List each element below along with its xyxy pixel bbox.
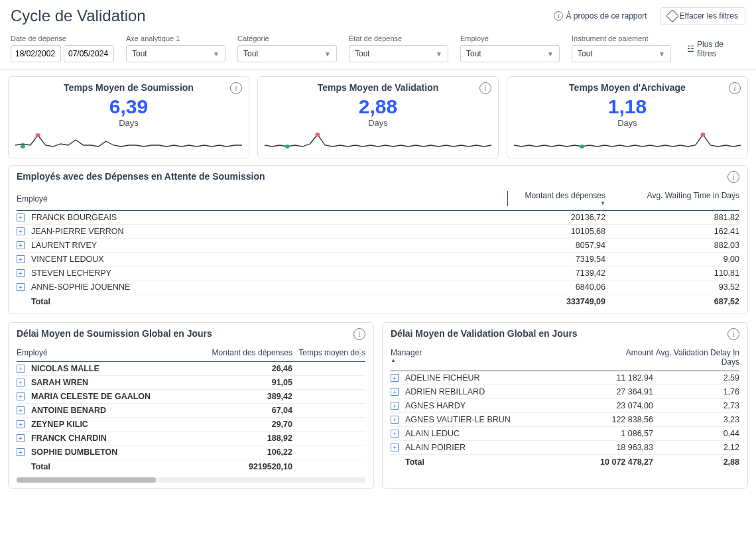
info-icon[interactable]: i [727,328,739,340]
table-row: +JEAN-PIERRE VERRON 10105,68 162,41 [17,225,739,239]
amount-cell: 1 086,57 [574,429,653,438]
employee-name: SARAH WREN [31,378,88,387]
expand-icon[interactable]: + [17,283,25,291]
date-from-input[interactable] [11,45,61,62]
expand-icon[interactable]: + [17,255,25,263]
expand-icon[interactable]: + [17,448,25,456]
amount-radius: 29,70 [272,420,292,429]
info-icon[interactable]: i [727,171,739,183]
th-amount[interactable]: Montant des dépenses▼ [507,191,613,206]
th-wait[interactable]: Avg. Waiting Time in Days [613,191,739,206]
delay-cell: 2,12 [653,443,739,452]
amount-cell: 23 074,00 [574,401,653,410]
panel-submission-delay: i ⋮ Délai Moyen de Soumission Global en … [8,322,374,489]
kpi-archive-unit: Days [514,118,741,128]
category-select[interactable]: Tout▼ [237,45,337,62]
expand-icon[interactable]: + [17,241,25,249]
info-icon[interactable]: i [479,82,491,94]
table-row: +VINCENT LEDOUX 7319,54 9,00 [17,253,739,267]
instrument-select[interactable]: Tout▼ [572,45,671,62]
th-amount[interactable]: Amount [574,348,653,367]
expand-icon[interactable]: + [17,392,25,400]
panel-options-icon[interactable]: ⋮ [355,347,365,359]
horizontal-scrollbar[interactable] [17,477,365,483]
chevron-down-icon: ▼ [659,50,665,58]
kpi-submission: i Temps Moyen de Soumission 6,39 Days [8,76,249,158]
expand-icon[interactable]: + [391,416,399,424]
axe-select[interactable]: Tout▼ [126,45,225,62]
sparkline-submission [15,132,242,150]
kpi-archive: i Temps Moyen d'Archivage 1,18 Days [507,76,748,158]
expand-icon[interactable]: + [17,406,25,414]
chevron-down-icon: ▼ [436,50,442,58]
employee-select[interactable]: Tout▼ [460,45,560,62]
wait-cell: 882,03 [613,241,739,250]
chevron-down-icon: ▼ [213,50,220,58]
more-filters-button[interactable]: ☳ Plus de filtres [683,36,745,62]
expand-icon[interactable]: + [391,374,399,382]
about-report-button[interactable]: i À propos de ce rapport [548,9,652,23]
more-filters-label: Plus de filtres [697,40,741,58]
header-actions: i À propos de ce rapport Effacer les fil… [548,7,745,25]
clear-filters-button[interactable]: Effacer les filtres [661,7,745,25]
info-icon[interactable]: i [353,328,365,340]
th-delay[interactable]: Avg. Validation Delay In Days [653,348,739,367]
expand-icon[interactable]: + [17,434,25,442]
filter-instrument: Instrument de paiement Tout▼ [572,34,671,62]
panel-options-icon[interactable]: ⋮ [729,347,739,359]
wait-cell: 93,52 [613,282,739,292]
two-col-panels: i ⋮ Délai Moyen de Soumission Global en … [0,322,756,497]
expand-icon[interactable]: + [17,269,25,277]
info-icon[interactable]: i [729,82,741,94]
submission-table: Employé Montant des dépenses Temps moyen… [17,344,365,473]
th-employee[interactable]: Employé [17,191,507,206]
table-row: +ANNE-SOPHIE JOUENNE 6840,06 93,52 [17,280,739,294]
expand-icon[interactable]: + [391,444,399,451]
info-icon[interactable]: i [230,82,242,94]
svg-point-4 [701,133,706,137]
table-row: +STEVEN LECHERPY 7139,42 110,81 [17,267,739,280]
amount-cell: 18 963,83 [574,443,653,452]
kpi-validation: i Temps Moyen de Validation 2,88 Days [257,76,499,158]
amount-cell: 7139,42 [507,268,613,278]
date-to-input[interactable] [64,45,114,62]
filter-axe-label: Axe analytique 1 [126,34,225,42]
table-row: +ADRIEN REBILLARD 27 364,91 1,76 [391,385,739,399]
manager-name: ALAIN POIRIER [405,443,466,452]
table-header-row: Manager▲ Amount Avg. Validation Delay In… [391,344,739,371]
scrollbar-thumb[interactable] [17,477,156,483]
state-select[interactable]: Tout▼ [349,45,448,62]
table-total-row: Total 333749,09 687,52 [17,294,739,308]
expand-icon[interactable]: + [17,213,25,221]
expand-icon[interactable]: + [391,402,399,410]
table-row: +ALAIN POIRIER 18 963,83 2,12 [391,441,739,455]
employee-name: NICOLAS MALLE [31,364,99,373]
table-row: +SARAH WREN 91,05 [17,376,365,390]
table-row: +NICOLAS MALLE 26,46 [17,362,365,376]
expand-icon[interactable]: + [17,379,25,386]
kpi-validation-value: 2,88 [265,95,491,118]
table-header-row: Employé Montant des dépenses▼ Avg. Waiti… [17,187,739,211]
employee-name: ANTOINE BENARD [31,406,106,415]
filter-category: Catégorie Tout▼ [237,34,337,62]
expand-icon[interactable]: + [17,365,25,373]
expand-icon[interactable]: + [17,420,25,428]
employee-name: LAURENT RIVEY [31,241,97,250]
expand-icon[interactable]: + [391,430,399,438]
table-total-row: Total 10 072 478,27 2,88 [391,455,739,469]
amount-radius: 26,46 [272,364,292,373]
th-employee[interactable]: Employé [17,348,193,357]
delay-cell: 0,44 [653,429,739,438]
filter-state-label: État de dépense [349,34,448,42]
th-manager[interactable]: Manager▲ [391,348,574,367]
th-amount[interactable]: Montant des dépenses [193,348,292,357]
expand-icon[interactable]: + [391,388,399,396]
expand-icon[interactable]: + [17,227,25,235]
filter-date: Date de dépense [11,34,114,62]
employee-name: ZEYNEP KILIC [31,420,88,429]
sort-asc-icon: ▲ [391,357,396,363]
wait-cell: 881,82 [613,213,739,222]
wait-cell: 110,81 [613,268,739,278]
employee-name: FRANCK BOURGEAIS [31,213,117,222]
panel-options-icon[interactable]: ⋮ [729,190,739,202]
